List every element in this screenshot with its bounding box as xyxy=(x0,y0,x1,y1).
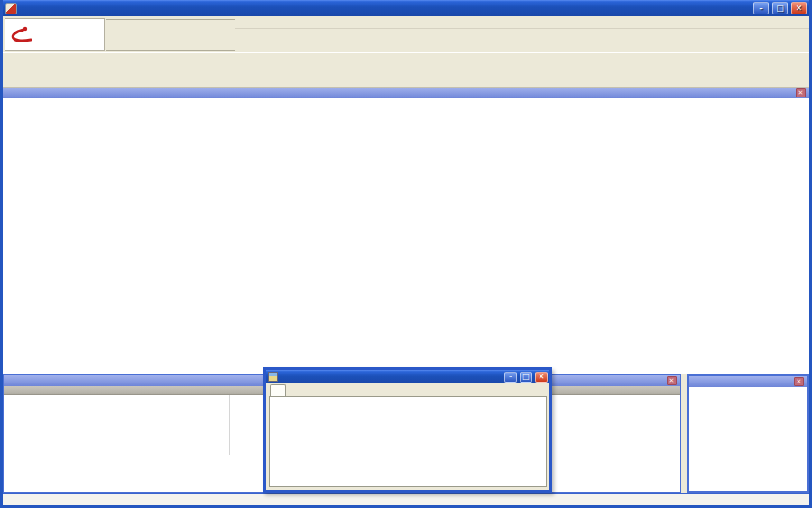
map-panel-close-icon[interactable]: ✕ xyxy=(794,377,804,386)
menu-bar xyxy=(235,16,809,29)
graph-panel-header[interactable]: ✕ xyxy=(3,88,809,98)
results-dialog[interactable]: – □ ✕ xyxy=(263,367,552,493)
main-toolbar xyxy=(3,52,809,88)
data-panel-close-icon[interactable]: ✕ xyxy=(667,376,677,385)
main-chart[interactable] xyxy=(3,98,809,374)
column-divider xyxy=(229,395,230,455)
status-bar xyxy=(3,493,809,505)
dialog-minimize-button[interactable]: – xyxy=(504,372,517,383)
top-toolbar xyxy=(235,29,809,52)
dialog-icon xyxy=(268,372,278,382)
main-window: – □ ✕ xyxy=(0,0,812,508)
close-button[interactable]: ✕ xyxy=(791,2,807,14)
dialog-tab-strip xyxy=(266,383,549,396)
app-icon xyxy=(5,3,17,14)
graph-panel-close-icon[interactable]: ✕ xyxy=(796,88,806,97)
minimize-button[interactable]: – xyxy=(753,2,769,14)
graph-panel xyxy=(3,98,809,374)
dialog-maximize-button[interactable]: □ xyxy=(520,372,532,383)
bottom-row: ✕ ✕ – □ ✕ xyxy=(3,374,809,493)
tab-main-run[interactable] xyxy=(270,384,286,396)
maximize-button[interactable]: □ xyxy=(772,2,788,14)
logo-swoosh-icon xyxy=(5,19,103,50)
source-detail-panel xyxy=(106,19,235,51)
title-bar[interactable]: – □ ✕ xyxy=(3,0,809,16)
driftbox-logo xyxy=(5,18,105,51)
map-chart[interactable] xyxy=(689,387,807,491)
top-row xyxy=(3,16,809,52)
dialog-body xyxy=(269,396,547,487)
dialog-title-bar[interactable]: – □ ✕ xyxy=(266,370,549,383)
map-panel-header[interactable]: ✕ xyxy=(689,376,807,387)
graph-map-panel: ✕ xyxy=(687,374,809,493)
dialog-close-button[interactable]: ✕ xyxy=(535,372,548,383)
